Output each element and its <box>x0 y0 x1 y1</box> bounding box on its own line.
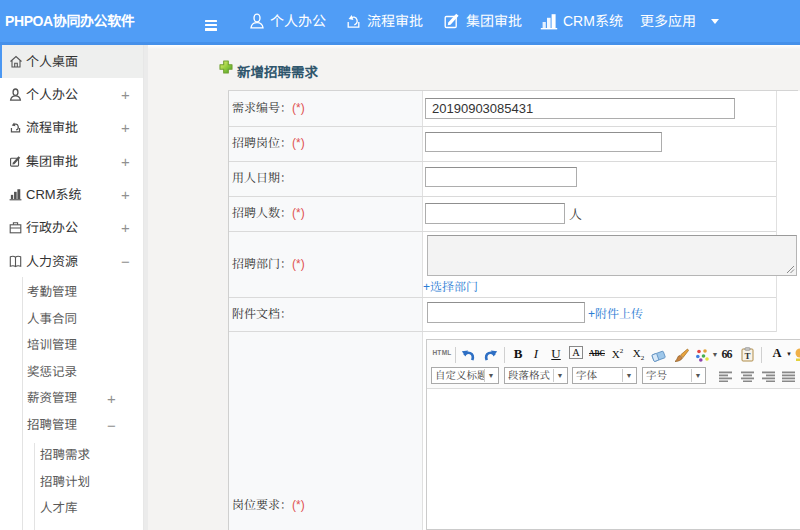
svg-text:T: T <box>744 351 750 361</box>
